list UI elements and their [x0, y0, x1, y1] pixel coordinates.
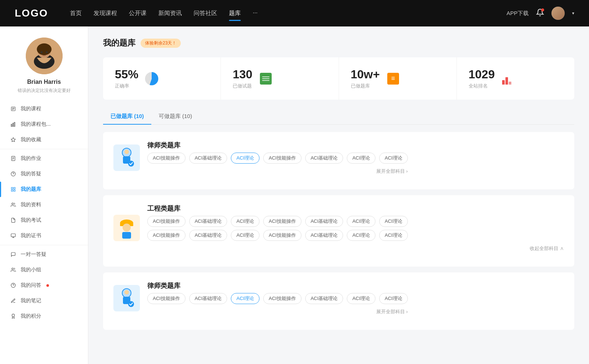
qa-icon: [10, 282, 16, 288]
page-header: 我的题库 体验剩余23天！: [103, 38, 574, 49]
user-avatar[interactable]: [551, 7, 565, 20]
sidebar-item-points[interactable]: 我的积分: [0, 308, 88, 324]
lawyer2-avatar: [113, 285, 140, 311]
qbank-card-lawyer: 律师类题库 ACI技能操作 ACI基础理论 ACI理论 ACI技能操作 ACI基…: [103, 132, 574, 189]
trial-badge: 体验剩余23天！: [141, 39, 181, 48]
svg-rect-21: [14, 188, 15, 189]
nav-home[interactable]: 首页: [70, 8, 82, 19]
sidebar-item-cert[interactable]: 我的证书: [0, 228, 88, 243]
user-menu-chevron[interactable]: ▾: [572, 11, 574, 16]
svg-marker-13: [11, 138, 15, 142]
tag-lawyer-3[interactable]: ACI理论: [231, 153, 260, 164]
nav-more[interactable]: ···: [253, 8, 257, 19]
tab-done[interactable]: 已做题库 (10): [103, 108, 151, 124]
stat-label-accuracy: 正确率: [115, 83, 138, 89]
tag-eng-1-6[interactable]: ACI理论: [347, 216, 375, 227]
tag-lawyer-5[interactable]: ACI基础理论: [305, 153, 343, 164]
sidebar-item-notes[interactable]: 我的笔记: [0, 293, 88, 308]
tag-eng-2-7[interactable]: ACI理论: [379, 230, 408, 241]
stat-ranking: 1029 全站排名: [457, 57, 574, 100]
tag-l2-6[interactable]: ACI理论: [347, 293, 375, 304]
sidebar-item-profile[interactable]: 我的资料: [0, 197, 88, 213]
sidebar-item-label: 我的收藏: [21, 136, 41, 143]
tag-l2-4[interactable]: ACI技能操作: [263, 293, 301, 304]
stat-label-banks: 已做题库: [351, 83, 380, 89]
nav-news[interactable]: 新闻资讯: [158, 8, 182, 19]
unread-dot: [46, 284, 49, 287]
homework-icon: [10, 156, 16, 161]
nav-logo: LOGO: [15, 7, 48, 19]
sidebar-item-my-qa[interactable]: 我的答疑: [0, 166, 88, 182]
person-group-icon: [10, 202, 16, 208]
tag-lawyer-7[interactable]: ACI理论: [379, 153, 408, 164]
tag-l2-3[interactable]: ACI理论: [231, 293, 260, 304]
stat-label-rank: 全站排名: [469, 83, 495, 89]
questions-icon: [258, 71, 273, 86]
tag-eng-2-6[interactable]: ACI理论: [347, 230, 375, 241]
stat-banks-done: 10w+ 已做题库 ≡: [339, 57, 457, 100]
svg-point-29: [12, 314, 15, 317]
tag-eng-1-7[interactable]: ACI理论: [379, 216, 408, 227]
tag-eng-1-1[interactable]: ACI技能操作: [147, 216, 186, 227]
svg-point-32: [124, 150, 129, 154]
tag-l2-2[interactable]: ACI基础理论: [189, 293, 228, 304]
divider-1: [0, 149, 88, 149]
sidebar-item-questions[interactable]: 我的问答: [0, 278, 88, 293]
sidebar-item-one-on-one[interactable]: 一对一答疑: [0, 247, 88, 262]
nav-qa[interactable]: 问答社区: [194, 8, 217, 19]
tag-l2-1[interactable]: ACI技能操作: [147, 293, 186, 304]
nav-qbank[interactable]: 题库: [229, 8, 241, 19]
sidebar-item-group[interactable]: 我的小组: [0, 262, 88, 278]
qbank-title-eng: 工程类题库: [147, 204, 564, 213]
svg-rect-22: [11, 190, 13, 191]
expand-lawyer[interactable]: 展开全部科目 ›: [147, 168, 408, 175]
tag-lawyer-2[interactable]: ACI基础理论: [189, 153, 228, 164]
svg-point-41: [124, 290, 129, 295]
navbar: LOGO 首页 发现课程 公开课 新闻资讯 问答社区 题库 ··· APP下载 …: [0, 0, 589, 26]
sidebar-item-label: 我的考试: [21, 217, 41, 224]
tag-eng-1-2[interactable]: ACI基础理论: [189, 216, 228, 227]
notification-bell[interactable]: [536, 8, 544, 18]
tag-lawyer-6[interactable]: ACI理论: [347, 153, 375, 164]
sidebar-item-exam[interactable]: 我的考试: [0, 213, 88, 228]
tag-lawyer-4[interactable]: ACI技能操作: [263, 153, 301, 164]
tag-eng-1-3[interactable]: ACI理论: [231, 216, 260, 227]
qbank-title-lawyer: 律师类题库: [147, 141, 408, 150]
svg-rect-25: [11, 234, 15, 237]
tag-eng-2-4[interactable]: ACI技能操作: [263, 230, 301, 241]
sidebar-item-homework[interactable]: 我的作业: [0, 151, 88, 166]
question-icon: [10, 171, 16, 177]
tag-eng-2-1[interactable]: ACI技能操作: [147, 230, 186, 241]
sidebar-item-course-packages[interactable]: 我的课程包...: [0, 117, 88, 132]
tab-available[interactable]: 可做题库 (10): [151, 108, 200, 124]
sidebar-item-my-courses[interactable]: 我的课程: [0, 101, 88, 117]
sidebar-menu: 我的课程 我的课程包... 我的收藏 我的作业: [0, 101, 88, 324]
svg-rect-10: [11, 124, 12, 126]
sidebar-item-qbank[interactable]: 我的题库: [0, 182, 88, 197]
nav-open-course[interactable]: 公开课: [129, 8, 147, 19]
stat-value-questions: 130: [233, 68, 252, 81]
sidebar-item-favorites[interactable]: 我的收藏: [0, 132, 88, 147]
sidebar-item-label: 我的题库: [21, 186, 41, 193]
expand-lawyer2[interactable]: 展开全部科目 ›: [147, 308, 408, 315]
sidebar-item-label: 我的小组: [21, 267, 41, 273]
app-download-button[interactable]: APP下载: [507, 10, 529, 17]
svg-rect-23: [14, 190, 15, 191]
tag-eng-2-3[interactable]: ACI理论: [231, 230, 260, 241]
nav-discover[interactable]: 发现课程: [94, 8, 117, 19]
stat-label-questions: 已做试题: [233, 83, 252, 89]
tag-eng-1-4[interactable]: ACI技能操作: [263, 216, 301, 227]
svg-rect-20: [11, 188, 13, 189]
ranking-icon: [501, 71, 515, 86]
tags-row-lawyer: ACI技能操作 ACI基础理论 ACI理论 ACI技能操作 ACI基础理论 AC…: [147, 153, 408, 164]
tag-eng-1-5[interactable]: ACI基础理论: [305, 216, 343, 227]
tag-eng-2-2[interactable]: ACI基础理论: [189, 230, 228, 241]
tag-eng-2-5[interactable]: ACI基础理论: [305, 230, 343, 241]
collapse-eng[interactable]: 收起全部科目 ∧: [147, 245, 564, 252]
tag-l2-5[interactable]: ACI基础理论: [305, 293, 343, 304]
qbank-card-engineering: 工程类题库 ACI技能操作 ACI基础理论 ACI理论 ACI技能操作 ACI基…: [103, 195, 574, 267]
nav-right: APP下载 ▾: [507, 7, 574, 20]
main-content: 我的题库 体验剩余23天！ 55% 正确率 130 已做试题: [88, 26, 589, 364]
tag-l2-7[interactable]: ACI理论: [379, 293, 408, 304]
tag-lawyer-1[interactable]: ACI技能操作: [147, 153, 186, 164]
